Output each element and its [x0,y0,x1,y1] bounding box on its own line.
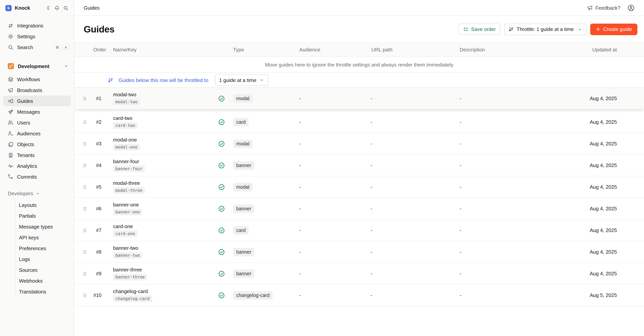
status-check-circle-icon [218,227,225,234]
drag-handle-icon[interactable] [82,163,90,168]
status-check-circle-icon [218,205,225,212]
drag-handle-icon[interactable] [82,228,90,233]
table-row: #3 modal-one modal-one modal - - - Aug 4… [74,133,644,155]
sidebar-item-tenants[interactable]: Tenants [0,150,74,161]
sidebar-item-api-keys[interactable]: API keys [16,232,74,243]
save-order-button[interactable]: Save order [458,23,500,35]
sidebar-item-logs[interactable]: Logs [16,254,74,264]
drag-handle-icon[interactable] [82,119,90,125]
sidebar-item-objects[interactable]: Objects [0,139,74,150]
drag-handle-icon[interactable] [82,271,90,276]
sidebar-item-label: Analytics [17,163,37,169]
sidebar-item-analytics[interactable]: Analytics [0,161,74,171]
table-row: #7 card-one card-one card - - - Aug 4, 2… [74,220,644,241]
guide-name[interactable]: banner-two [113,245,138,251]
ignore-throttle-dropzone[interactable]: Move guides here to ignore the throttle … [74,57,644,72]
throttle-value-dropdown[interactable]: 1 guide at a time [215,74,268,86]
page-header: Guides Save order Throttle: 1 guide at a… [74,16,644,42]
search-icon[interactable] [63,5,68,11]
guide-name[interactable]: modal-two [113,92,136,97]
guide-url-path: - [370,227,460,233]
sidebar-item-message-types[interactable]: Message types [16,221,74,232]
column-header-order: Order [82,47,106,53]
sidebar-item-search[interactable]: Search ⌘ K [0,42,74,53]
guide-name[interactable]: modal-three [113,180,140,186]
sidebar-item-broadcasts[interactable]: Broadcasts [0,85,74,96]
sidebar-item-sources[interactable]: Sources [16,264,74,275]
guide-name[interactable]: modal-one [113,137,137,143]
sidebar-item-partials[interactable]: Partials [16,210,74,221]
drag-handle-icon[interactable] [82,206,90,211]
environment-name: Development [18,63,64,69]
breadcrumb[interactable]: Guides [84,5,100,11]
throttle-value-label: 1 guide at a time [219,77,256,83]
throttle-divider-row: Guides below this row will be throttled … [74,72,644,88]
guide-order: #1 [90,96,102,101]
sidebar-item-integrations[interactable]: Integrations [0,20,74,31]
topbar: Guides Feedback? [74,0,644,16]
guide-updated-at: Aug 4, 2025 [554,184,617,190]
sidebar-item-webhooks[interactable]: Webhooks [16,275,74,286]
notifications-bell-icon[interactable] [54,5,60,11]
table-row: #1 modal-two modal-two modal - - - Aug 4… [74,88,644,109]
environment-switcher[interactable]: Development [0,61,74,72]
throttle-button-label: Throttle: 1 guide at a time [516,26,574,32]
guide-type-badge: modal [233,183,252,191]
sidebar-item-settings[interactable]: Settings [0,31,74,42]
guide-key-badge: banner-two [113,252,142,259]
sidebar-item-guides[interactable]: Guides [3,96,71,106]
search-icon [8,44,14,50]
swap-arrows-icon [8,23,14,28]
sidebar-item-label: Users [17,120,30,126]
guide-audience: - [299,184,370,190]
drag-handle-icon[interactable] [82,141,90,146]
guide-name[interactable]: banner-four [113,159,139,164]
guide-audience: - [299,292,370,298]
status-check-circle-icon [218,119,225,126]
throttle-dropdown-button[interactable]: Throttle: 1 guide at a time [504,23,586,35]
sidebar-item-messages[interactable]: Messages [0,106,74,117]
guide-type-badge: banner [233,269,254,278]
guide-order: #9 [90,271,102,276]
guide-name[interactable]: banner-three [113,267,142,273]
guide-audience: - [299,163,370,168]
create-guide-button[interactable]: Create guide [590,23,638,35]
sidebar-item-layouts[interactable]: Layouts [16,199,74,210]
sidebar-item-preferences[interactable]: Preferences [16,243,74,254]
feedback-button[interactable]: Feedback? [587,5,620,11]
guide-order: #3 [90,141,102,146]
pulse-icon [8,163,14,169]
developers-section-toggle[interactable]: Developers [0,188,74,199]
sidebar-item-commits[interactable]: Commits [0,171,74,182]
drag-handle-icon[interactable] [82,293,90,298]
building-icon [8,152,14,158]
guide-updated-at: Aug 4, 2025 [554,249,617,255]
guide-audience: - [299,227,370,233]
guide-name[interactable]: changelog-card [113,288,148,294]
create-guide-label: Create guide [603,26,632,32]
guide-type-badge: modal [233,139,252,148]
guide-order: #7 [90,228,102,233]
guide-name[interactable]: banner-one [113,202,139,208]
throttle-divider-text[interactable]: Guides below this row will be throttled … [118,77,208,83]
guide-type-badge: card [233,118,249,126]
drag-handle-icon[interactable] [82,96,90,101]
layers-icon [8,76,14,82]
guide-name[interactable]: card-two [113,115,132,121]
sidebar-item-users[interactable]: Users [0,117,74,128]
guide-updated-at: Aug 4, 2025 [554,271,617,276]
drag-handle-icon[interactable] [82,249,90,255]
guide-key-badge: modal-two [113,99,140,105]
sort-descending-icon [508,26,514,32]
workspace-switcher-icon[interactable] [46,5,51,10]
status-check-circle-icon [218,162,225,169]
guides-page: Guides Save order Throttle: 1 guide at a… [74,16,644,336]
guide-name[interactable]: card-one [113,223,133,229]
table-row: #5 modal-three modal-three modal - - - A… [74,176,644,198]
user-avatar-icon[interactable] [627,4,635,11]
drag-handle-icon[interactable] [82,184,90,190]
sidebar-item-audiences[interactable]: Audiences [0,128,74,139]
sidebar-item-translations[interactable]: Translations [16,286,74,297]
sidebar-item-workflows[interactable]: Workflows [0,74,74,85]
status-check-circle-icon [218,270,225,277]
